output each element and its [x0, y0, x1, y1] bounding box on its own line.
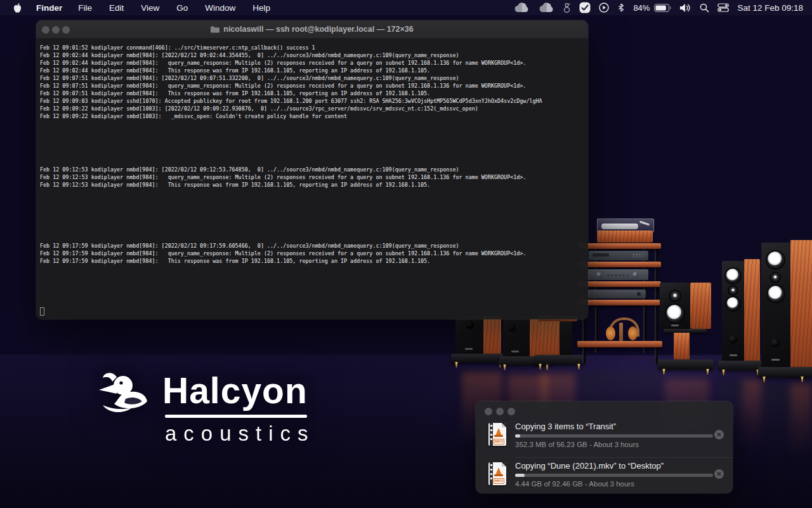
copy-task-detail: 352.3 MB of 56.23 GB - About 3 hours — [515, 441, 639, 448]
close-button[interactable] — [485, 408, 492, 415]
minimize-button[interactable] — [52, 26, 60, 34]
apple-icon — [13, 3, 22, 13]
progress-fill — [515, 474, 525, 477]
progress-fill — [515, 434, 520, 438]
menu-go[interactable]: Go — [176, 3, 188, 13]
tower-reflection — [761, 384, 790, 479]
mkv-file-icon: MKV — [488, 462, 506, 485]
progress-bar — [515, 474, 713, 477]
bluetooth-icon[interactable] — [617, 3, 625, 13]
mkv-badge: MKV — [494, 478, 504, 484]
mkv-badge: MKV — [494, 439, 504, 444]
cancel-copy-button[interactable]: ✕ — [714, 469, 724, 479]
mkv-file-icon: MKV — [488, 423, 506, 446]
menu-view[interactable]: View — [141, 3, 159, 13]
terminal-cursor — [40, 307, 44, 316]
menu-edit[interactable]: Edit — [109, 3, 124, 13]
logo-underline — [165, 415, 307, 418]
volume-icon[interactable] — [679, 3, 691, 13]
menu-bar: Finder File Edit View Go Window Help — [0, 0, 812, 15]
menu-file[interactable]: File — [78, 3, 92, 13]
row-divider — [515, 457, 733, 458]
proxy-folder-icon — [211, 26, 219, 33]
cloud-sync-icon[interactable] — [538, 3, 554, 13]
logo-subtitle: acoustics — [165, 422, 315, 446]
copy-task-title: Copying 3 items to “Transit” — [515, 422, 616, 431]
app-menu-finder[interactable]: Finder — [36, 3, 62, 13]
logo-title: Halcyon — [162, 370, 308, 411]
copy-task-row: MKV Copying “Dune (2021).mkv” to “Deskto… — [476, 458, 733, 494]
play-circle-icon[interactable] — [599, 3, 609, 13]
cloud-sync-icon[interactable] — [513, 3, 530, 13]
terminal-window[interactable]: nicolaswill — ssh root@kodiplayer.local … — [36, 20, 588, 319]
minimize-button[interactable] — [496, 408, 504, 415]
finder-copy-dialog[interactable]: MKV Copying 3 items to “Transit” 352.3 M… — [476, 401, 733, 493]
progress-bar — [515, 434, 713, 438]
zoom-button[interactable] — [508, 408, 515, 415]
close-button[interactable] — [42, 26, 49, 34]
cancel-copy-button[interactable]: ✕ — [714, 430, 724, 439]
tower-reflection — [789, 384, 812, 479]
terminal-output-area[interactable]: Feb 12 09:01:52 kodiplayer connmand[466]… — [36, 39, 588, 319]
menu-window[interactable]: Window — [205, 3, 235, 13]
spotlight-icon[interactable] — [700, 3, 709, 13]
apple-menu[interactable] — [13, 3, 22, 13]
terminal-window-title: nicolaswill — ssh root@kodiplayer.local … — [223, 25, 413, 34]
kingfisher-icon — [98, 368, 161, 415]
terminal-titlebar[interactable]: nicolaswill — ssh root@kodiplayer.local … — [36, 20, 588, 39]
zoom-button[interactable] — [62, 26, 70, 34]
control-center-icon[interactable] — [717, 3, 729, 12]
battery-percent-label: 84% — [633, 3, 650, 13]
battery-icon[interactable] — [654, 4, 671, 12]
halcyon-acoustics-logo: Halcyon acoustics — [94, 363, 329, 468]
copy-task-title: Copying “Dune (2021).mkv” to “Desktop” — [515, 461, 664, 471]
menu-bar-clock[interactable]: Sat 12 Feb 09:18 — [737, 3, 803, 13]
status-app-icon[interactable] — [563, 3, 571, 13]
copy-task-detail: 4.44 GB of 92.46 GB - About 3 hours — [515, 480, 634, 488]
terminal-log-text: Feb 12 09:01:52 kodiplayer connmand[466]… — [36, 39, 588, 265]
checklist-app-icon[interactable] — [579, 2, 591, 13]
menu-help[interactable]: Help — [252, 3, 270, 13]
copy-task-row: MKV Copying 3 items to “Transit” 352.3 M… — [476, 419, 733, 455]
